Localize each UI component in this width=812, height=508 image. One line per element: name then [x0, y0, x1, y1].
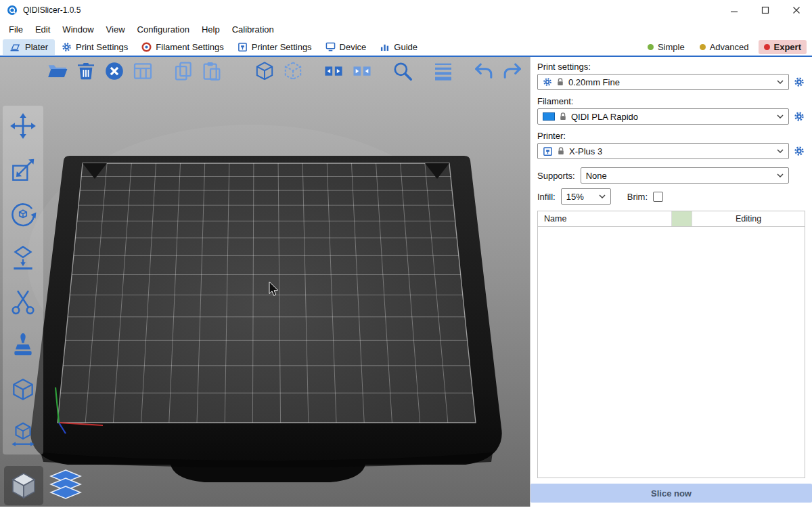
place-on-face-button[interactable]	[7, 243, 39, 273]
menu-view[interactable]: View	[100, 22, 131, 37]
layer-height-icon	[432, 60, 454, 82]
object-list-header: Name Editing	[538, 211, 805, 227]
expert-dot-icon	[764, 44, 770, 50]
arrange-button[interactable]	[131, 60, 154, 83]
chevron-down-icon	[599, 194, 606, 198]
undo-button[interactable]	[472, 60, 495, 83]
lock-icon	[556, 77, 564, 87]
infill-combo[interactable]: 15%	[561, 188, 611, 205]
variable-layer-height-button[interactable]	[432, 60, 455, 83]
filament-label: Filament:	[537, 96, 805, 106]
guide-icon	[380, 43, 390, 51]
3d-viewport[interactable]	[0, 57, 530, 507]
scale-button[interactable]	[7, 155, 39, 185]
delete-all-icon	[104, 60, 125, 82]
split-parts-icon	[351, 60, 373, 82]
print-settings-label: Print settings:	[537, 62, 805, 72]
delete-button[interactable]	[74, 60, 97, 83]
window-controls	[719, 0, 812, 20]
chevron-down-icon	[777, 149, 784, 153]
cut-button[interactable]	[7, 287, 39, 317]
edit-printer-button[interactable]	[793, 145, 805, 157]
filament-combo[interactable]: QIDI PLA Rapido	[537, 108, 789, 125]
print-bed-scene[interactable]	[0, 57, 530, 507]
tabbar: Plater Print Settings Filament Settings …	[0, 38, 812, 57]
printer-combo[interactable]: X-Plus 3	[537, 143, 789, 159]
redo-button[interactable]	[501, 60, 524, 83]
move-button[interactable]	[7, 111, 39, 141]
minimize-button[interactable]	[719, 0, 750, 20]
column-name[interactable]: Name	[538, 211, 672, 226]
column-editing-label: Editing	[736, 214, 761, 224]
redo-icon	[501, 60, 523, 82]
tab-guide[interactable]: Guide	[373, 39, 424, 55]
paste-button[interactable]	[200, 60, 223, 83]
edit-filament-button[interactable]	[793, 110, 805, 123]
supports-value: None	[586, 171, 607, 181]
3d-editor-view-button[interactable]	[4, 466, 43, 505]
search-button[interactable]	[391, 60, 414, 83]
split-to-parts-button[interactable]	[351, 60, 374, 83]
mode-simple[interactable]: Simple	[642, 40, 690, 54]
filament-color-swatch	[543, 112, 555, 121]
printer-icon	[238, 42, 248, 52]
maximize-button[interactable]	[750, 0, 781, 20]
slice-now-button[interactable]: Slice now	[531, 484, 812, 503]
tab-print-settings[interactable]: Print Settings	[55, 39, 135, 55]
preview-view-button[interactable]	[46, 466, 85, 505]
chevron-down-icon	[777, 80, 784, 84]
arrange-icon	[132, 60, 154, 82]
paint-support-button[interactable]	[7, 331, 39, 361]
printer-value: X-Plus 3	[569, 146, 602, 156]
paste-icon	[201, 60, 223, 82]
gear-icon	[794, 77, 805, 87]
chevron-down-icon	[777, 114, 784, 119]
lock-icon	[557, 146, 565, 156]
minimize-icon	[730, 6, 738, 14]
seam-button[interactable]	[7, 375, 39, 405]
menu-edit[interactable]: Edit	[29, 22, 56, 37]
rotate-button[interactable]	[7, 199, 39, 229]
edit-print-settings-button[interactable]	[793, 76, 805, 88]
tab-label: Print Settings	[76, 42, 128, 52]
tab-printer-settings[interactable]: Printer Settings	[231, 39, 319, 55]
printer-icon	[543, 146, 553, 156]
print-bed-surface	[58, 163, 476, 423]
add-instance-icon	[254, 60, 275, 82]
column-extruder-color[interactable]	[672, 211, 692, 226]
split-to-objects-button[interactable]	[322, 60, 345, 83]
gear-icon	[794, 146, 805, 156]
object-list-body[interactable]	[538, 227, 805, 478]
printer-label: Printer:	[537, 131, 805, 141]
menu-calibration[interactable]: Calibration	[226, 22, 280, 37]
menu-configuration[interactable]: Configuration	[131, 22, 196, 37]
mode-advanced[interactable]: Advanced	[694, 40, 754, 54]
delete-all-button[interactable]	[103, 60, 126, 83]
viewport-toolbar	[46, 60, 524, 83]
brim-checkbox[interactable]	[653, 192, 663, 202]
add-instance-button[interactable]	[253, 60, 276, 83]
infill-value: 15%	[566, 192, 584, 202]
preview-layers-icon	[47, 469, 85, 503]
cut-scissors-icon	[9, 288, 37, 316]
plater-icon	[9, 43, 21, 51]
lock-icon	[559, 112, 567, 121]
copy-button[interactable]	[172, 60, 195, 83]
support-stamp-icon	[9, 332, 37, 360]
object-list: Name Editing	[537, 211, 805, 478]
measure-button[interactable]	[7, 419, 39, 449]
supports-combo[interactable]: None	[581, 167, 789, 184]
menu-help[interactable]: Help	[196, 22, 226, 37]
tab-device[interactable]: Device	[319, 39, 374, 55]
filament-icon	[141, 42, 152, 52]
remove-instance-button[interactable]	[281, 60, 304, 83]
column-editing[interactable]: Editing	[692, 211, 805, 226]
tab-plater[interactable]: Plater	[3, 39, 55, 55]
mode-expert[interactable]: Expert	[759, 40, 807, 54]
close-button[interactable]	[781, 0, 812, 20]
menu-window[interactable]: Window	[56, 22, 99, 37]
menu-file[interactable]: File	[3, 22, 29, 37]
print-settings-combo[interactable]: 0.20mm Fine	[537, 74, 789, 90]
open-button[interactable]	[46, 60, 69, 83]
tab-filament-settings[interactable]: Filament Settings	[135, 39, 230, 55]
